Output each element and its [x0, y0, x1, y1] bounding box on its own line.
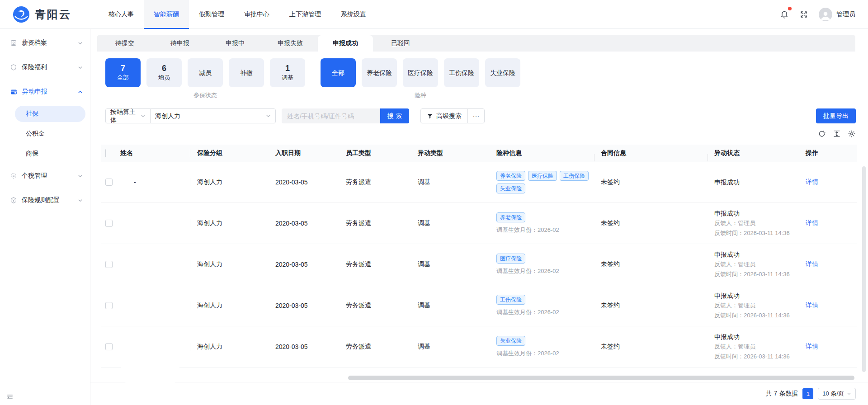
chevron-down-icon: [78, 174, 83, 179]
nav-item-upstream-downstream[interactable]: 上下游管理: [279, 0, 331, 29]
more-filters-button[interactable]: ···: [468, 112, 484, 120]
company-select[interactable]: 海创人力: [150, 108, 276, 123]
cell-contract: 未签约: [594, 301, 708, 310]
insurance-group-label: 险种: [321, 91, 520, 99]
notification-dot: [788, 7, 792, 10]
bell-icon[interactable]: [780, 10, 789, 19]
detail-link[interactable]: 详情: [806, 301, 857, 310]
nav-item-attendance[interactable]: 假勤管理: [189, 0, 234, 29]
fullscreen-icon[interactable]: [800, 10, 808, 19]
chevron-down-icon: [78, 198, 83, 203]
row-checkbox[interactable]: [105, 302, 113, 309]
search-button[interactable]: 搜 索: [380, 108, 409, 123]
sidebar-item-commercial-insurance[interactable]: 商保: [0, 144, 90, 164]
cell-insurance-info: 失业保险 调基生效月份：2026-02: [490, 336, 594, 358]
cell-insurance-info: 养老保险 调基生效月份：2026-02: [490, 212, 594, 234]
nav-item-system-settings[interactable]: 系统设置: [331, 0, 376, 29]
detail-link[interactable]: 详情: [806, 178, 857, 186]
redaction-overlay: [120, 350, 180, 391]
cell-change-type: 调基: [411, 219, 490, 227]
header-employee-type: 员工类型: [339, 149, 411, 157]
cell-employee-type: 劳务派遣: [339, 260, 411, 268]
table-row: - 海创人力 2020-03-05 劳务派遣 调基 养老保险 医疗保险 工伤保险…: [101, 162, 857, 203]
feedback-person: 反馈人：管理员: [714, 218, 799, 228]
filter-cards-row: 7 全部 6 增员 减员 补缴 1 调基: [105, 58, 856, 99]
keyword-search-input[interactable]: [282, 108, 380, 123]
advanced-search-group: 高级搜索 ···: [420, 108, 485, 123]
logo-text: 青阳云: [35, 7, 71, 22]
insurance-badge: 工伤保险: [560, 171, 589, 181]
feedback-time: 反馈时间：2026-03-11 14:36: [714, 228, 799, 238]
cell-employee-type: 劳务派遣: [339, 343, 411, 351]
main-nav: 核心人事 智能薪酬 假勤管理 审批中心 上下游管理 系统设置: [99, 0, 376, 29]
feedback-person: 反馈人：管理员: [714, 259, 799, 269]
status-tabbar: 待提交 待申报 申报中 申报失败 申报成功 已驳回: [97, 35, 855, 52]
filter-card-back-payment[interactable]: 补缴: [229, 58, 264, 87]
sidebar-item-housing-fund[interactable]: 公积金: [0, 124, 90, 144]
insurance-card-unemployment[interactable]: 失业保险: [485, 58, 520, 87]
row-checkbox[interactable]: [105, 179, 113, 186]
tab-declaring[interactable]: 申报中: [208, 35, 263, 52]
sidebar-item-social-insurance[interactable]: 社保: [15, 106, 85, 122]
nav-item-core-hr[interactable]: 核心人事: [99, 0, 144, 29]
filter-card-add-employee[interactable]: 6 增员: [146, 58, 182, 87]
detail-link[interactable]: 详情: [806, 343, 857, 351]
header-change-status: 异动状态: [708, 149, 799, 157]
insurance-card-pension[interactable]: 养老保险: [362, 58, 397, 87]
filter-card-remove-employee[interactable]: 减员: [188, 58, 223, 87]
cell-change-type: 调基: [411, 343, 490, 351]
batch-export-button[interactable]: 批量导出: [816, 108, 856, 123]
change-declaration-icon: [10, 88, 18, 96]
row-checkbox[interactable]: [105, 343, 113, 350]
filter-card-base-adjust[interactable]: 1 调基: [270, 58, 305, 87]
gear-icon[interactable]: [848, 130, 856, 138]
header-insurance-info: 险种信息: [490, 149, 594, 157]
page-number-button[interactable]: 1: [802, 388, 813, 399]
insurance-card-all[interactable]: 全部: [321, 58, 356, 87]
declaration-table: 姓名 保险分组 入职日期 员工类型 异动类型 险种信息 合同信息 异动状态 操作…: [101, 145, 857, 367]
tab-pending-submit[interactable]: 待提交: [97, 35, 152, 52]
cell-contract: 未签约: [594, 178, 708, 186]
refresh-icon[interactable]: [818, 130, 826, 138]
nav-item-approval-center[interactable]: 审批中心: [234, 0, 279, 29]
tab-rejected[interactable]: 已驳回: [373, 35, 428, 52]
filter-field-select[interactable]: 按结算主体: [105, 108, 151, 123]
tab-declare-failed[interactable]: 申报失败: [263, 35, 318, 52]
insurance-card-medical[interactable]: 医疗保险: [403, 58, 438, 87]
feedback-person: 反馈人：管理员: [714, 301, 799, 311]
insurance-card-injury[interactable]: 工伤保险: [444, 58, 479, 87]
sidebar-item-insurance-benefits[interactable]: 保险福利: [0, 55, 90, 80]
header-actions: 操作: [799, 149, 857, 157]
cell-insurance-info: 医疗保险 调基生效月份：2026-02: [490, 254, 594, 275]
advanced-search-button[interactable]: 高级搜索: [421, 109, 467, 123]
vertical-scrollbar[interactable]: [862, 166, 866, 372]
cell-hire-date: 2020-03-05: [269, 179, 339, 186]
detail-link[interactable]: 详情: [806, 260, 857, 268]
cell-status: 申报成功 反馈人：管理员 反馈时间：2026-03-11 14:36: [708, 208, 799, 238]
table-row: 海创人力 2020-03-05 劳务派遣 调基 工伤保险 调基生效月份：2026…: [101, 285, 857, 326]
page-size-select[interactable]: 10 条/页: [818, 388, 856, 400]
row-checkbox[interactable]: [105, 220, 113, 227]
detail-link[interactable]: 详情: [806, 219, 857, 227]
sidebar-item-tax-management[interactable]: 个税管理: [0, 164, 90, 188]
user-menu[interactable]: 管理员: [819, 8, 855, 21]
app-logo[interactable]: 青阳云: [13, 6, 94, 23]
sidebar-item-insurance-rule-config[interactable]: 保险规则配置: [0, 188, 90, 212]
feedback-time: 反馈时间：2026-03-11 14:36: [714, 269, 799, 279]
feedback-person: 反馈人：管理员: [714, 342, 799, 352]
cell-status: 申报成功 反馈人：管理员 反馈时间：2026-03-11 14:36: [708, 332, 799, 362]
select-all-checkbox[interactable]: [105, 149, 106, 157]
pagination-bar: 共 7 条数据 1 10 条/页: [90, 382, 868, 405]
status-group-label: 参保状态: [105, 91, 305, 99]
row-checkbox[interactable]: [105, 261, 113, 268]
cell-insurance-group: 海创人力: [190, 343, 269, 351]
collapse-sidebar-icon[interactable]: [6, 393, 14, 400]
tab-pending-declare[interactable]: 待申报: [152, 35, 208, 52]
filter-card-all[interactable]: 7 全部: [105, 58, 141, 87]
nav-item-smart-payroll[interactable]: 智能薪酬: [144, 0, 189, 29]
sidebar-item-change-declaration[interactable]: 异动申报: [0, 80, 90, 104]
row-height-icon[interactable]: [833, 130, 841, 138]
horizontal-scrollbar[interactable]: [348, 376, 854, 380]
tab-declare-success[interactable]: 申报成功: [318, 35, 373, 52]
sidebar-item-salary-archive[interactable]: 薪资档案: [0, 31, 90, 55]
